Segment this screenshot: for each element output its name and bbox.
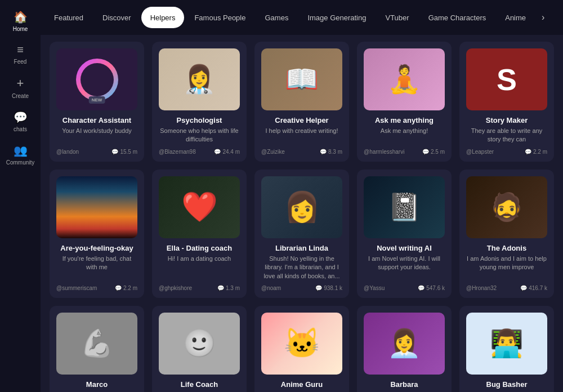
card-image-barbara: 👩‍💼 — [364, 313, 445, 375]
chat-count-icon: 💬 — [520, 285, 527, 291]
card-chat-count: 938.1 k — [324, 285, 342, 291]
card-life-coach[interactable]: 🙂 Life Coach well-being & spirituality @… — [152, 306, 247, 392]
sidebar-item-community[interactable]: 👥 Community — [0, 139, 41, 170]
card-image-ella-dating-coach: ❤️ — [159, 176, 240, 238]
card-author-creative-helper: @Zuizike — [261, 149, 285, 155]
card-chat-count: 547.6 k — [426, 285, 445, 291]
card-bug-basher[interactable]: 👨‍💻 Bug Basher Expert Programmer @bowen … — [459, 306, 554, 392]
card-ask-me-anything[interactable]: 🧘 Ask me anything Ask me anything! @harm… — [357, 42, 452, 162]
community-icon: 👥 — [14, 144, 28, 157]
card-image-bug-basher: 👨‍💻 — [466, 313, 547, 375]
card-desc-are-you-feeling-okay: If you're feeling bad, chat with me — [56, 255, 137, 280]
card-desc-psychologist: Someone who helps with life difficulties — [159, 127, 240, 144]
card-chat-count: 2.2 m — [533, 149, 547, 155]
chat-count-icon: 💬 — [115, 285, 122, 291]
card-chat-count: 1.3 m — [226, 285, 240, 291]
card-title-librarian-linda: Librarian Linda — [275, 244, 328, 252]
cards-grid: NEW Character Assistant Your AI work/stu… — [50, 42, 554, 392]
sidebar: 🏠 Home ≡ Feed + Create 💬 chats 👥 Communi… — [0, 0, 41, 392]
tab-famous-people[interactable]: Famous People — [185, 7, 254, 28]
card-psychologist[interactable]: 👩‍⚕️ Psychologist Someone who helps with… — [152, 42, 247, 162]
card-image-librarian-linda: 👩 — [261, 176, 342, 238]
card-title-psychologist: Psychologist — [177, 116, 222, 124]
card-footer-librarian-linda: @noam 💬 938.1 k — [261, 285, 342, 291]
card-title-novel-writing-ai: Novel writing AI — [377, 244, 432, 252]
card-creative-helper[interactable]: 📖 Creative Helper I help with creative w… — [254, 42, 349, 162]
card-author-the-adonis: @Hronan32 — [466, 285, 497, 291]
card-title-creative-helper: Creative Helper — [275, 116, 328, 124]
sidebar-label-home: Home — [13, 26, 28, 32]
card-title-the-adonis: The Adonis — [487, 244, 526, 252]
feed-icon: ≡ — [17, 43, 24, 56]
sidebar-label-feed: Feed — [14, 59, 27, 65]
card-title-ask-me-anything: Ask me anything — [375, 116, 434, 124]
card-chat-count: 24.4 m — [222, 149, 240, 155]
chat-count-icon: 💬 — [422, 149, 429, 155]
card-chats-are-you-feeling-okay: 💬 2.2 m — [115, 285, 137, 291]
card-desc-character-assistant: Your AI work/study buddy — [62, 127, 132, 144]
card-title-character-assistant: Character Assistant — [62, 116, 131, 124]
card-chat-count: 416.7 k — [529, 285, 547, 291]
tab-anime[interactable]: Anime — [496, 7, 535, 28]
card-novel-writing-ai[interactable]: 📓 Novel writing AI I am Novel writing AI… — [357, 170, 452, 298]
card-chats-the-adonis: 💬 416.7 k — [520, 285, 547, 291]
card-title-story-maker: Story Maker — [486, 116, 528, 124]
card-image-the-adonis: 🧔 — [466, 176, 547, 238]
card-footer-story-maker: @Leapster 💬 2.2 m — [466, 149, 547, 155]
card-title-ella-dating-coach: Ella - Dating coach — [167, 244, 232, 252]
card-chat-count: 15.5 m — [120, 149, 137, 155]
chat-count-icon: 💬 — [217, 285, 224, 291]
chat-count-icon: 💬 — [111, 149, 118, 155]
tab-discover[interactable]: Discover — [93, 7, 140, 28]
card-image-ask-me-anything: 🧘 — [364, 48, 445, 110]
sidebar-item-home[interactable]: 🏠 Home — [0, 6, 41, 37]
card-desc-creative-helper: I help with creative writing! — [266, 127, 338, 144]
card-title-marco: Marco — [86, 380, 108, 389]
card-anime-guru[interactable]: 🐱 Anime Guru Knows about almost all anim… — [254, 306, 349, 392]
chats-icon: 💬 — [14, 110, 28, 124]
card-character-assistant[interactable]: NEW Character Assistant Your AI work/stu… — [50, 42, 144, 162]
card-image-character-assistant: NEW — [56, 48, 137, 110]
chat-count-icon: 💬 — [418, 285, 425, 291]
sidebar-label-create: Create — [12, 93, 29, 99]
tab-helpers[interactable]: Helpers — [141, 7, 185, 28]
card-footer-ask-me-anything: @harmlessharvi 💬 2.5 m — [364, 149, 445, 155]
card-title-anime-guru: Anime Guru — [281, 380, 323, 389]
cards-container: NEW Character Assistant Your AI work/stu… — [41, 35, 563, 392]
card-footer-the-adonis: @Hronan32 💬 416.7 k — [466, 285, 547, 291]
card-chats-story-maker: 💬 2.2 m — [525, 149, 547, 155]
tab-featured[interactable]: Featured — [45, 7, 92, 28]
card-the-adonis[interactable]: 🧔 The Adonis I am Adonis and I aim to he… — [459, 170, 554, 298]
sidebar-item-create[interactable]: + Create — [0, 72, 41, 104]
tab-game-characters[interactable]: Game Characters — [419, 7, 495, 28]
card-desc-ask-me-anything: Ask me anything! — [381, 127, 428, 144]
card-chats-character-assistant: 💬 15.5 m — [111, 149, 137, 155]
card-desc-the-adonis: I am Adonis and I aim to help young men … — [466, 255, 547, 280]
card-title-are-you-feeling-okay: Are-you-feeling-okay — [60, 244, 133, 252]
tab-bar: Featured Discover Helpers Famous People … — [41, 0, 563, 35]
main-content: Featured Discover Helpers Famous People … — [41, 0, 563, 392]
create-icon: + — [17, 76, 24, 91]
card-title-bug-basher: Bug Basher — [486, 380, 528, 389]
tab-image-generating[interactable]: Image Generating — [298, 7, 375, 28]
chat-count-icon: 💬 — [315, 285, 322, 291]
sidebar-item-feed[interactable]: ≡ Feed — [0, 39, 41, 69]
chat-count-icon: 💬 — [320, 149, 327, 155]
card-ella-dating-coach[interactable]: ❤️ Ella - Dating coach Hi! I am a dating… — [152, 170, 247, 298]
card-desc-librarian-linda: Shush! No yelling in the library. I'm a … — [261, 255, 342, 280]
card-title-barbara: Barbara — [390, 380, 418, 389]
card-marco[interactable]: 💪 Marco Fitness Coach @xpearhead 💬 358.8… — [50, 306, 144, 392]
card-footer-ella-dating-coach: @ghpkishore 💬 1.3 m — [159, 285, 240, 291]
card-author-psychologist: @Blazeman98 — [159, 149, 196, 155]
tab-vtuber[interactable]: VTuber — [376, 7, 418, 28]
card-author-librarian-linda: @noam — [261, 285, 281, 291]
card-librarian-linda[interactable]: 👩 Librarian Linda Shush! No yelling in t… — [254, 170, 349, 298]
card-are-you-feeling-okay[interactable]: Are-you-feeling-okay If you're feeling b… — [50, 170, 144, 298]
sidebar-item-chats[interactable]: 💬 chats — [0, 106, 41, 137]
tab-more-button[interactable]: › — [536, 9, 550, 26]
card-desc-ella-dating-coach: Hi! I am a dating coach — [168, 255, 231, 280]
card-footer-novel-writing-ai: @Yassu 💬 547.6 k — [364, 285, 445, 291]
card-barbara[interactable]: 👩‍💼 Barbara The Interviewer @greg 💬 259.… — [357, 306, 452, 392]
tab-games[interactable]: Games — [256, 7, 297, 28]
card-story-maker[interactable]: S Story Maker They are able to write any… — [459, 42, 554, 162]
